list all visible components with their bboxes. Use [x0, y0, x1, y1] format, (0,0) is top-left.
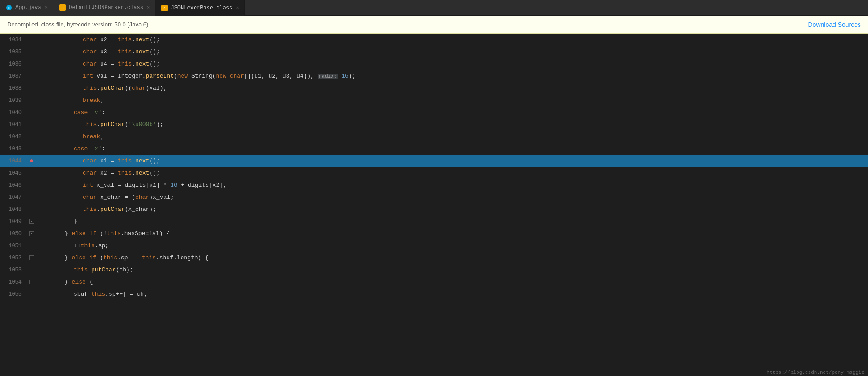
- line-number: 1051: [0, 243, 27, 249]
- line-number: 1048: [0, 206, 27, 213]
- code-line: 1052-} else if (this.sp == this.sbuf.len…: [0, 252, 868, 264]
- line-number: 1054: [0, 279, 27, 285]
- code-line: 1034char u2 = this.next();: [0, 34, 868, 46]
- fold-marker[interactable]: -: [29, 219, 34, 224]
- code-line: 1035char u3 = this.next();: [0, 46, 868, 58]
- tab-label-app-java: App.java: [15, 4, 41, 11]
- code-text: break;: [81, 131, 868, 143]
- class-icon-1: C: [59, 4, 66, 11]
- code-text: int val = Integer.parseInt(new String(ne…: [81, 70, 868, 83]
- line-number: 1044: [0, 158, 27, 164]
- code-line: 1040case 'v':: [0, 106, 868, 118]
- breakpoint-marker[interactable]: ●: [29, 157, 34, 165]
- line-number: 1036: [0, 61, 27, 67]
- gutter: ●: [27, 157, 36, 165]
- tab-default-json-parser[interactable]: C DefaultJSONParser.class ×: [53, 0, 155, 16]
- code-text: char u2 = this.next();: [81, 34, 868, 46]
- code-line: 1039break;: [0, 94, 868, 106]
- svg-text:C: C: [8, 6, 10, 10]
- line-number: 1049: [0, 219, 27, 225]
- class-icon-2: C: [161, 4, 168, 12]
- gutter: -: [27, 255, 36, 260]
- tab-label-default-json-parser: DefaultJSONParser.class: [69, 4, 143, 11]
- java-icon: C: [5, 4, 13, 11]
- notification-text: Decompiled .class file, bytecode version…: [7, 21, 148, 28]
- tab-json-lexer-base[interactable]: C JSONLexerBase.class ×: [155, 0, 244, 16]
- line-number: 1038: [0, 85, 27, 92]
- line-number: 1043: [0, 146, 27, 152]
- code-text: char x1 = this.next();: [81, 155, 868, 167]
- line-number: 1052: [0, 255, 27, 261]
- gutter: -: [27, 219, 36, 224]
- code-text: this.putChar((char)val);: [81, 82, 868, 94]
- tab-label-json-lexer-base: JSONLexerBase.class: [171, 5, 232, 11]
- code-text: this.putChar(ch);: [72, 264, 868, 276]
- tab-bar: C App.java × C DefaultJSONParser.class ×…: [0, 0, 868, 16]
- svg-text:C: C: [164, 7, 166, 10]
- line-number: 1055: [0, 291, 27, 297]
- code-line: 1044●char x1 = this.next();: [0, 155, 868, 167]
- code-text: char x2 = this.next();: [81, 167, 868, 179]
- code-text: char u4 = this.next();: [81, 58, 868, 70]
- code-container: 1034char u2 = this.next();1035char u3 = …: [0, 34, 868, 300]
- code-text: char u3 = this.next();: [81, 46, 868, 58]
- code-text: ++this.sp;: [72, 240, 868, 252]
- code-text: } else if (!this.hasSpecial) {: [63, 227, 868, 240]
- code-line: 1050-} else if (!this.hasSpecial) {: [0, 227, 868, 240]
- code-text: this.putChar(x_char);: [81, 203, 868, 215]
- tab-close-default-json-parser[interactable]: ×: [147, 5, 150, 10]
- tab-close-json-lexer-base[interactable]: ×: [236, 5, 239, 11]
- code-line: 1043case 'x':: [0, 143, 868, 155]
- download-sources-button[interactable]: Download Sources: [808, 21, 861, 28]
- line-number: 1053: [0, 267, 27, 273]
- gutter: -: [27, 231, 36, 236]
- fold-marker[interactable]: -: [29, 280, 34, 284]
- code-line: 1049-}: [0, 215, 868, 227]
- code-text: sbuf[this.sp++] = ch;: [72, 288, 868, 300]
- line-number: 1046: [0, 182, 27, 188]
- svg-text:C: C: [62, 6, 64, 9]
- code-line: 1036char u4 = this.next();: [0, 58, 868, 70]
- code-line: 1053this.putChar(ch);: [0, 264, 868, 276]
- code-text: case 'x':: [72, 143, 868, 155]
- code-line: 1041this.putChar('\u000b');: [0, 118, 868, 131]
- fold-marker[interactable]: -: [29, 255, 34, 260]
- line-number: 1042: [0, 134, 27, 140]
- code-text: } else if (this.sp == this.sbuf.length) …: [63, 252, 868, 264]
- line-number: 1047: [0, 194, 27, 201]
- line-number: 1039: [0, 97, 27, 104]
- code-line: 1037int val = Integer.parseInt(new Strin…: [0, 70, 868, 82]
- code-text: }: [72, 215, 868, 227]
- line-number: 1040: [0, 109, 27, 116]
- code-line: 1046int x_val = digits[x1] * 16 + digits…: [0, 179, 868, 191]
- code-line: 1055sbuf[this.sp++] = ch;: [0, 288, 868, 300]
- line-number: 1050: [0, 231, 27, 237]
- code-line: 1047char x_char = (char)x_val;: [0, 191, 868, 203]
- tab-close-app-java[interactable]: ×: [45, 5, 48, 10]
- code-line: 1045char x2 = this.next();: [0, 167, 868, 179]
- tab-app-java[interactable]: C App.java ×: [0, 0, 53, 16]
- line-number: 1041: [0, 122, 27, 128]
- gutter: -: [27, 280, 36, 284]
- code-text: break;: [81, 94, 868, 106]
- code-text: this.putChar('\u000b');: [81, 118, 868, 131]
- fold-marker[interactable]: -: [29, 231, 34, 236]
- code-text: char x_char = (char)x_val;: [81, 191, 868, 203]
- line-number: 1034: [0, 37, 27, 43]
- code-text: case 'v':: [72, 106, 868, 118]
- line-number: 1035: [0, 49, 27, 55]
- notification-bar: Decompiled .class file, bytecode version…: [0, 16, 868, 34]
- code-line: 1051++this.sp;: [0, 240, 868, 252]
- code-line: 1048this.putChar(x_char);: [0, 203, 868, 215]
- line-number: 1037: [0, 73, 27, 79]
- code-text: } else {: [63, 276, 868, 288]
- line-number: 1045: [0, 170, 27, 176]
- code-text: int x_val = digits[x1] * 16 + digits[x2]…: [81, 179, 868, 191]
- code-line: 1038this.putChar((char)val);: [0, 82, 868, 94]
- code-line: 1054-} else {: [0, 276, 868, 288]
- code-line: 1042break;: [0, 131, 868, 143]
